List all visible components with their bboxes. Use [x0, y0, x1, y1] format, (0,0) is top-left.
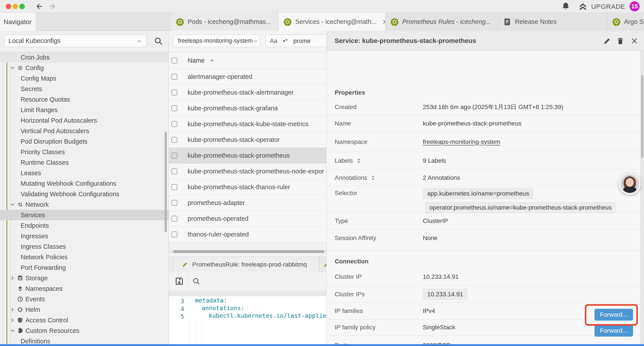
- table-row[interactable]: kube-prometheus-stack-operator: [169, 132, 326, 148]
- close-tab-icon[interactable]: [382, 19, 385, 25]
- row-checkbox[interactable]: [172, 184, 177, 190]
- sidebar-item-storage[interactable]: Storage: [0, 273, 169, 283]
- tab-pods[interactable]: Pods - icecheng@mathmas...: [171, 13, 278, 31]
- sidebar-item-limit-ranges[interactable]: Limit Ranges: [0, 105, 169, 115]
- sort-icon[interactable]: [370, 175, 376, 181]
- sidebar-item-secrets[interactable]: Secrets: [0, 84, 169, 94]
- sidebar-item-vertical-pod-autoscalers[interactable]: Vertical Pod Autoscalers: [0, 126, 169, 136]
- chevron-down-icon[interactable]: [10, 328, 16, 333]
- port-link[interactable]: 9090/TCP: [423, 342, 450, 344]
- table-row[interactable]: alertmanager-operated: [169, 69, 326, 85]
- window-close-button[interactable]: [6, 4, 11, 9]
- sidebar-item-definitions[interactable]: Definitions: [0, 336, 169, 344]
- regex-icon[interactable]: ▪*: [283, 37, 288, 44]
- sidebar-item-network[interactable]: Network: [0, 199, 169, 210]
- row-checkbox[interactable]: [172, 137, 177, 143]
- tab-prometheus-rules[interactable]: Prometheus Rules - icecheng...: [386, 13, 498, 31]
- dock-tab-partial[interactable]: [319, 257, 326, 272]
- bell-icon[interactable]: [561, 2, 570, 11]
- edit-pencil-icon[interactable]: [602, 36, 612, 46]
- table-row[interactable]: kube-prometheus-stack-kube-state-metrics: [169, 116, 326, 132]
- avatar[interactable]: [619, 173, 641, 195]
- sidebar-item-port-forwarding[interactable]: Port Forwarding: [0, 262, 169, 273]
- row-checkbox[interactable]: [172, 153, 177, 159]
- sidebar-item-endpoints[interactable]: Endpoints: [0, 220, 169, 231]
- sidebar-item-resource-quotas[interactable]: Resource Quotas: [0, 94, 169, 105]
- namespace-filter-dropdown[interactable]: freeleaps-monitoring-system: [173, 34, 260, 47]
- sidebar-item-priority-classes[interactable]: Priority Classes: [0, 147, 169, 157]
- editor-search-icon[interactable]: [192, 277, 200, 286]
- match-case-icon[interactable]: Aa: [270, 37, 277, 44]
- tab-argo[interactable]: Argo Se: [608, 13, 644, 31]
- sidebar-item-events[interactable]: Events: [0, 294, 169, 304]
- sidebar-item-access-control[interactable]: Access Control: [0, 315, 169, 326]
- sidebar-item-ingress-classes[interactable]: Ingress Classes: [0, 241, 169, 252]
- notifications-badge[interactable]: 15: [630, 1, 640, 11]
- row-checkbox[interactable]: [172, 121, 177, 127]
- row-checkbox[interactable]: [172, 216, 177, 222]
- chevron-right-icon[interactable]: [10, 318, 16, 323]
- sidebar-item-custom-resources[interactable]: Custom Resources: [0, 326, 169, 336]
- cluster-selector-dropdown[interactable]: Local Kubeconfigs: [4, 34, 147, 47]
- sidebar-item-services[interactable]: Services: [0, 210, 169, 220]
- row-checkbox[interactable]: [172, 200, 177, 206]
- delete-trash-icon[interactable]: [616, 36, 625, 46]
- caret-up-icon[interactable]: [209, 58, 214, 63]
- sidebar-item-config[interactable]: Config: [0, 63, 169, 73]
- horizontal-scrollbar[interactable]: [169, 250, 326, 254]
- table-row-selected[interactable]: kube-prometheus-stack-prometheus: [169, 148, 326, 164]
- column-header-name[interactable]: Name: [188, 57, 204, 64]
- sidebar-item-validating-webhook-configurations[interactable]: Validating Webhook Configurations: [0, 189, 169, 199]
- sidebar-item-horizontal-pod-autoscalers[interactable]: Horizontal Pod Autoscalers: [0, 115, 169, 126]
- sidebar-item-helm[interactable]: Helm: [0, 304, 169, 315]
- sidebar-item-cron-jobs[interactable]: Cron Jobs: [0, 52, 169, 63]
- sort-icon[interactable]: [356, 158, 362, 164]
- dock-tab-prometheusrule[interactable]: PrometheusRule: freeleaps-prod-rabbitmq: [174, 257, 319, 272]
- tab-services[interactable]: Services - icecheng@math...: [278, 13, 385, 31]
- chevron-down-icon[interactable]: [10, 202, 16, 207]
- list-search-input[interactable]: Aa ▪* prome: [266, 34, 326, 47]
- table-row[interactable]: kube-prometheus-stack-thanos-ruler: [169, 179, 326, 195]
- sidebar-item-network-policies[interactable]: Network Policies: [0, 252, 169, 262]
- scrollbar-thumb[interactable]: [641, 75, 643, 158]
- upgrade-icon[interactable]: [578, 2, 588, 12]
- upgrade-button[interactable]: UPGRADE: [591, 3, 625, 10]
- close-icon[interactable]: [630, 36, 639, 46]
- forward-button[interactable]: Forward...: [594, 325, 633, 337]
- row-checkbox[interactable]: [172, 90, 177, 95]
- detail-scrollbar[interactable]: [640, 51, 644, 344]
- sidebar-item-pod-disruption-budgets[interactable]: Pod Disruption Budgets: [0, 136, 169, 147]
- row-checkbox[interactable]: [172, 105, 177, 111]
- sidebar-scrollbar[interactable]: [164, 132, 167, 232]
- sidebar-item-leases[interactable]: Leases: [0, 168, 169, 178]
- table-row[interactable]: prometheus-adapter: [169, 195, 326, 211]
- chevron-down-icon[interactable]: [10, 65, 16, 70]
- window-minimize-button[interactable]: [12, 4, 18, 9]
- tab-release-notes[interactable]: Release Notes: [498, 13, 608, 31]
- search-icon[interactable]: [154, 36, 163, 46]
- row-checkbox[interactable]: [172, 74, 177, 80]
- yaml-editor[interactable]: 3 metadata: 4 annotations: 5 kubectl.kub…: [169, 296, 326, 344]
- back-icon[interactable]: [35, 2, 43, 10]
- scrollbar-thumb[interactable]: [173, 250, 324, 253]
- table-row[interactable]: kube-prometheus-stack-grafana: [169, 100, 326, 116]
- chevron-right-icon[interactable]: [10, 307, 16, 312]
- sidebar-item-mutating-webhook-configurations[interactable]: Mutating Webhook Configurations: [0, 178, 169, 189]
- row-checkbox[interactable]: [172, 168, 177, 174]
- row-checkbox[interactable]: [172, 232, 177, 237]
- table-row[interactable]: kube-prometheus-stack-alertmanager: [169, 85, 326, 100]
- sidebar-item-namespaces[interactable]: Namespaces: [0, 283, 169, 294]
- table-row[interactable]: thanos-ruler-operated: [169, 227, 326, 242]
- chevron-right-icon[interactable]: [10, 276, 16, 281]
- save-icon[interactable]: [174, 276, 184, 286]
- sidebar-item-runtime-classes[interactable]: Runtime Classes: [0, 157, 169, 168]
- navigator-panel-tab[interactable]: Navigator: [0, 13, 36, 31]
- forward-icon[interactable]: [49, 2, 56, 10]
- sidebar-item-ingresses[interactable]: Ingresses: [0, 231, 169, 241]
- table-row[interactable]: prometheus-operated: [169, 211, 326, 227]
- select-all-checkbox[interactable]: [172, 58, 177, 63]
- sidebar-item-config-maps[interactable]: Config Maps: [0, 73, 169, 84]
- table-row[interactable]: kube-prometheus-stack-prometheus-node-ex…: [169, 164, 326, 179]
- window-zoom-button[interactable]: [19, 4, 25, 9]
- namespace-link[interactable]: freeleaps-monitoring-system: [423, 138, 500, 145]
